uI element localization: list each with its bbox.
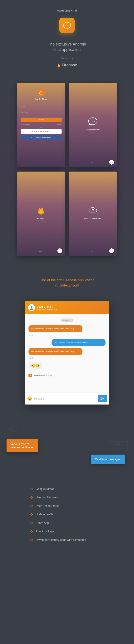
fab-button[interactable] — [109, 248, 114, 253]
firebase-logo: Firebase — [0, 63, 134, 68]
chat-contact-name: Joan Graham — [37, 305, 106, 308]
splash-screen: Awesome Chat v. 1.0 •••• — [69, 83, 116, 167]
chat-phone-screen: Joan Graham User status will goes here 0… — [25, 301, 109, 404]
auth-screen-subtitle: robust authentication — [84, 220, 102, 222]
auth-screen: Reduce friction with robust authenticati… — [69, 172, 116, 256]
subtitle: The exclusive Android chat application — [0, 42, 134, 52]
tagline: One of the first Firebase application in… — [0, 264, 134, 301]
bullet-icon — [30, 488, 33, 490]
splash-title: Awesome Chat — [86, 129, 100, 131]
svg-point-5 — [31, 306, 33, 308]
feature-item: User profiles view — [30, 496, 104, 499]
message-received: We have written example text for over 40… — [28, 325, 82, 332]
auth-screen-title: Reduce friction with — [84, 217, 102, 220]
splash-chat-icon — [88, 117, 98, 126]
firebase-flame-icon — [57, 63, 60, 68]
register-link[interactable]: Register — [57, 124, 62, 125]
bullet-icon — [30, 513, 33, 516]
feature-item: Developer Friendly code with comments — [30, 538, 104, 542]
bullet-icon — [30, 539, 33, 541]
chat-contact-status: User status will goes here — [37, 308, 106, 310]
google-signin-button[interactable]: GSIGN IN WITH GOOGLE — [21, 129, 62, 134]
chat-bubble-icon — [63, 22, 71, 28]
feature-item: About us Page — [30, 530, 104, 533]
svg-rect-4 — [92, 210, 94, 211]
facebook-icon: f — [32, 137, 32, 139]
typing-indicator: J Joan Graham, is typing — [28, 374, 106, 377]
bullet-icon — [30, 496, 33, 498]
cloud-lock-icon — [88, 206, 98, 215]
chat-header: Joan Graham User status will goes here — [25, 301, 109, 314]
feature-text: User profiles view — [36, 496, 58, 499]
or-divider: OR — [40, 127, 42, 128]
bullet-icon — [30, 522, 33, 524]
login-button[interactable]: LOG IN — [21, 118, 62, 122]
feature-item: User Online Status — [30, 504, 104, 508]
login-screen: Login Now Email Password LOG IN Forgot p… — [18, 83, 65, 167]
feature-item: Update profile — [30, 513, 104, 516]
date-pill: 01.02.2017 — [60, 318, 74, 322]
svg-point-2 — [93, 121, 93, 122]
svg-point-1 — [91, 121, 92, 122]
dots-indicator: •••• — [39, 250, 43, 252]
dots-indicator: •••• — [91, 162, 95, 163]
chat-section: Joan Graham User status will goes here 0… — [0, 301, 134, 418]
feature-badges-section: Various type of user authentication Real… — [0, 418, 134, 478]
fab-button[interactable] — [58, 248, 62, 253]
emoji-button[interactable]: 😊 — [27, 396, 32, 401]
forgot-link[interactable]: Forgot password? — [21, 124, 31, 125]
chat-input-bar: 😊 Massage — [25, 392, 109, 404]
chat-avatar[interactable] — [28, 304, 35, 311]
realtime-badge: Real-time messaging — [91, 454, 125, 464]
bullet-icon — [30, 530, 33, 532]
envelope-decor-icon — [106, 437, 130, 457]
feature-text: Update profile — [36, 513, 53, 516]
firebase-screen: Firebase realtime database •••• — [18, 172, 65, 256]
typing-avatar: J — [28, 374, 32, 377]
svg-point-3 — [94, 121, 95, 122]
password-field[interactable]: Password — [21, 112, 62, 115]
header-section: Awesome chat The exclusive Android chat … — [0, 0, 134, 74]
chat-body: 01.02.2017 We have written example text … — [25, 314, 109, 392]
firebase-screen-title: Firebase — [36, 217, 46, 220]
bullet-icon — [30, 505, 33, 507]
login-title: Login Now — [35, 98, 48, 101]
feature-text: About us Page — [36, 530, 54, 533]
email-field[interactable]: Email — [21, 105, 62, 109]
login-app-icon — [38, 89, 44, 96]
facebook-login-button[interactable]: fLOGIN WITH FACEBOOK — [21, 136, 62, 140]
screens-grid: Login Now Email Password LOG IN Forgot p… — [0, 74, 134, 264]
firebase-screen-subtitle: realtime database — [36, 220, 46, 222]
app-title: Awesome chat — [0, 9, 134, 12]
splash-version: v. 1.0 — [86, 132, 100, 133]
firebase-text: Firebase — [62, 63, 77, 68]
app-icon — [60, 18, 74, 33]
message-sent: Your Assistant can suggest restaurants — [52, 339, 106, 346]
feature-text: Google Admob — [36, 487, 54, 490]
feature-list: Google Admob User profiles view User Onl… — [0, 478, 134, 564]
svg-point-6 — [4, 428, 11, 435]
fab-button[interactable] — [109, 160, 114, 164]
message-input[interactable]: Massage — [34, 397, 98, 400]
emoji-message: 😏😏 — [28, 362, 42, 370]
feature-text: User Online Status — [36, 504, 60, 508]
message-time: 11.15 — [29, 357, 106, 359]
message-time: 11.15 — [29, 334, 106, 336]
send-button[interactable] — [98, 395, 107, 402]
dots-indicator: •••• — [91, 250, 95, 252]
send-icon — [100, 397, 104, 400]
auth-badge: Various type of user authentication — [6, 439, 38, 452]
google-icon: G — [32, 131, 33, 132]
feature-text: Share App — [36, 521, 49, 524]
feature-item: Google Admob — [30, 487, 104, 490]
message-received: We have written example text for over 40… — [28, 348, 82, 355]
feature-text: Developer Friendly code with comments — [36, 538, 86, 542]
feature-item: Share App — [30, 521, 104, 524]
firebase-big-icon — [36, 206, 46, 215]
powered-by-label: Powered by — [0, 57, 134, 60]
